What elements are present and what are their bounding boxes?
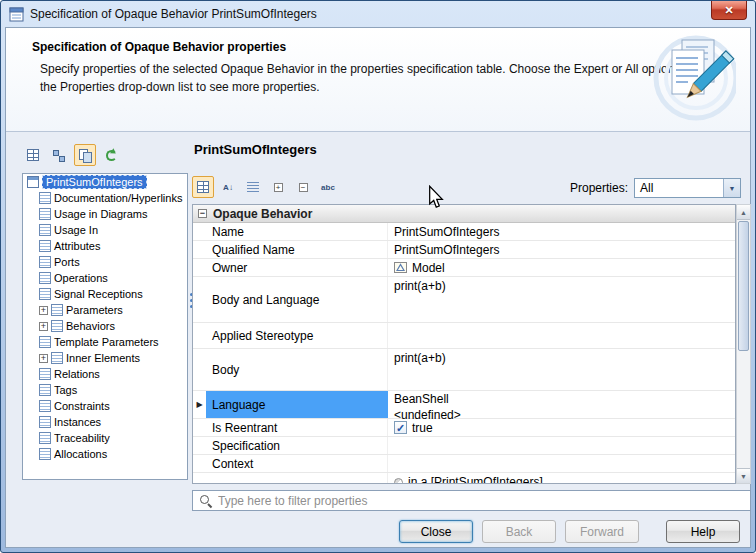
scrollbar-thumb[interactable] bbox=[738, 221, 749, 351]
property-value[interactable]: ✓ true bbox=[388, 419, 735, 436]
tree-item-attributes[interactable]: Attributes bbox=[23, 238, 187, 254]
header-title: Specification of Opaque Behavior propert… bbox=[32, 40, 286, 54]
checkbox-checked-icon[interactable]: ✓ bbox=[394, 421, 407, 434]
tree-item-tags[interactable]: Tags bbox=[23, 382, 187, 398]
property-name[interactable]: Name bbox=[206, 223, 388, 240]
scroll-down-button[interactable]: ▼ bbox=[737, 468, 750, 483]
collapse-all-icon: − bbox=[299, 183, 308, 192]
row-marker bbox=[193, 437, 206, 454]
help-button[interactable]: Help bbox=[666, 520, 740, 543]
property-name bbox=[206, 473, 388, 484]
property-name[interactable]: Qualified Name bbox=[206, 241, 388, 258]
tree-item-instances[interactable]: Instances bbox=[23, 414, 187, 430]
filter-bar bbox=[192, 490, 751, 511]
property-name[interactable]: Owner bbox=[206, 259, 388, 276]
tree-item-constraints[interactable]: Constraints bbox=[23, 398, 187, 414]
tree-item-label: Parameters bbox=[66, 304, 123, 316]
properties-label: Properties: bbox=[570, 181, 628, 195]
tree-item-label: Behaviors bbox=[66, 320, 115, 332]
properties-toolbar: A↓ + − abc bbox=[192, 176, 339, 198]
sort-icon: A↓ bbox=[223, 183, 233, 192]
collapse-all-button[interactable]: − bbox=[292, 176, 314, 198]
tree-item-ports[interactable]: Ports bbox=[23, 254, 187, 270]
owner-value-text: Model bbox=[412, 261, 445, 275]
property-value[interactable]: BeanShell <undefined> bbox=[388, 391, 735, 418]
property-name[interactable]: Context bbox=[206, 455, 388, 472]
tree-item-signal-receptions[interactable]: Signal Receptions bbox=[23, 286, 187, 302]
expand-icon[interactable]: + bbox=[39, 322, 48, 331]
expand-icon[interactable]: + bbox=[39, 306, 48, 315]
tree-item-icon bbox=[39, 208, 51, 220]
property-value: in a [PrintSumOfIntegers] bbox=[388, 473, 735, 484]
grouped-view-icon bbox=[79, 149, 91, 161]
property-name[interactable]: Is Reentrant bbox=[206, 419, 388, 436]
property-row-applied-stereotype: Applied Stereotype bbox=[193, 323, 735, 349]
property-name[interactable]: Body and Language bbox=[206, 277, 388, 322]
property-name-selected[interactable]: Language bbox=[206, 391, 388, 418]
forward-button: Forward bbox=[565, 520, 639, 543]
tree-root[interactable]: PrintSumOfIntegers bbox=[23, 174, 187, 190]
tree-item-icon bbox=[39, 384, 51, 396]
property-value[interactable]: print(a+b) bbox=[388, 277, 735, 322]
tree-view-button[interactable] bbox=[48, 144, 70, 166]
property-value[interactable]: Model bbox=[388, 259, 735, 276]
property-row-language: ▶ Language BeanShell <undefined> bbox=[193, 391, 735, 419]
table-view-button[interactable] bbox=[22, 144, 44, 166]
expand-all-button[interactable]: + bbox=[267, 176, 289, 198]
tree-item-label: Usage in Diagrams bbox=[54, 208, 148, 220]
property-value[interactable] bbox=[388, 323, 735, 348]
property-name[interactable]: Specification bbox=[206, 437, 388, 454]
language-value[interactable]: BeanShell bbox=[394, 392, 449, 406]
row-marker bbox=[193, 455, 206, 472]
property-value[interactable] bbox=[388, 455, 735, 472]
property-row-body: Body print(a+b) bbox=[193, 349, 735, 391]
tree-item-usage-in[interactable]: Usage In bbox=[23, 222, 187, 238]
dialog-buttons: Close Back Forward Help bbox=[399, 520, 740, 543]
show-description-button[interactable] bbox=[242, 176, 264, 198]
tree-item-documentation[interactable]: Documentation/Hyperlinks bbox=[23, 190, 187, 206]
row-marker bbox=[193, 241, 206, 258]
property-name[interactable]: Applied Stereotype bbox=[206, 323, 388, 348]
tree-item-icon bbox=[39, 272, 51, 284]
scroll-down-icon: ▼ bbox=[740, 473, 747, 480]
close-button[interactable]: ✕ bbox=[711, 1, 747, 20]
collapse-group-icon[interactable]: − bbox=[198, 209, 207, 218]
tree-item-label: Ports bbox=[54, 256, 80, 268]
tree-item-icon bbox=[39, 240, 51, 252]
tree-item-operations[interactable]: Operations bbox=[23, 270, 187, 286]
tree-item-relations[interactable]: Relations bbox=[23, 366, 187, 382]
tree-item-template-parameters[interactable]: Template Parameters bbox=[23, 334, 187, 350]
scroll-up-button[interactable]: ▲ bbox=[737, 205, 750, 220]
chevron-down-icon[interactable]: ▼ bbox=[723, 179, 740, 197]
specification-dialog: Specification of Opaque Behavior PrintSu… bbox=[0, 0, 756, 553]
grouped-view-button[interactable] bbox=[74, 144, 96, 166]
close-dialog-button[interactable]: Close bbox=[399, 520, 473, 543]
tree-item-behaviors[interactable]: +Behaviors bbox=[23, 318, 187, 334]
categorized-view-button[interactable] bbox=[192, 176, 214, 198]
tree-item-parameters[interactable]: +Parameters bbox=[23, 302, 187, 318]
expand-icon[interactable]: + bbox=[39, 354, 48, 363]
filter-input[interactable] bbox=[218, 494, 750, 508]
property-value[interactable] bbox=[388, 437, 735, 454]
property-group-header[interactable]: − Opaque Behavior bbox=[193, 205, 735, 223]
tree-item-inner-elements[interactable]: +Inner Elements bbox=[23, 350, 187, 366]
tree-item-traceability[interactable]: Traceability bbox=[23, 430, 187, 446]
refresh-button[interactable] bbox=[100, 144, 122, 166]
vertical-scrollbar[interactable]: ▲ ▼ bbox=[736, 204, 751, 484]
title-bar: Specification of Opaque Behavior PrintSu… bbox=[1, 1, 755, 27]
navigation-tree: PrintSumOfIntegers Documentation/Hyperli… bbox=[22, 173, 188, 480]
tree-item-usage-in-diagrams[interactable]: Usage in Diagrams bbox=[23, 206, 187, 222]
show-abbreviations-button[interactable]: abc bbox=[317, 176, 339, 198]
window-title: Specification of Opaque Behavior PrintSu… bbox=[30, 7, 317, 21]
property-value[interactable]: PrintSumOfIntegers bbox=[388, 223, 735, 240]
tree-item-allocations[interactable]: Allocations bbox=[23, 446, 187, 462]
row-marker bbox=[193, 259, 206, 276]
tree-view-icon bbox=[53, 149, 65, 161]
element-icon bbox=[394, 478, 403, 485]
property-name[interactable]: Body bbox=[206, 349, 388, 390]
search-icon bbox=[199, 494, 212, 507]
properties-dropdown[interactable]: All ▼ bbox=[634, 178, 741, 198]
sort-alphabetically-button[interactable]: A↓ bbox=[217, 176, 239, 198]
property-value[interactable]: print(a+b) bbox=[388, 349, 735, 390]
property-value[interactable]: PrintSumOfIntegers bbox=[388, 241, 735, 258]
